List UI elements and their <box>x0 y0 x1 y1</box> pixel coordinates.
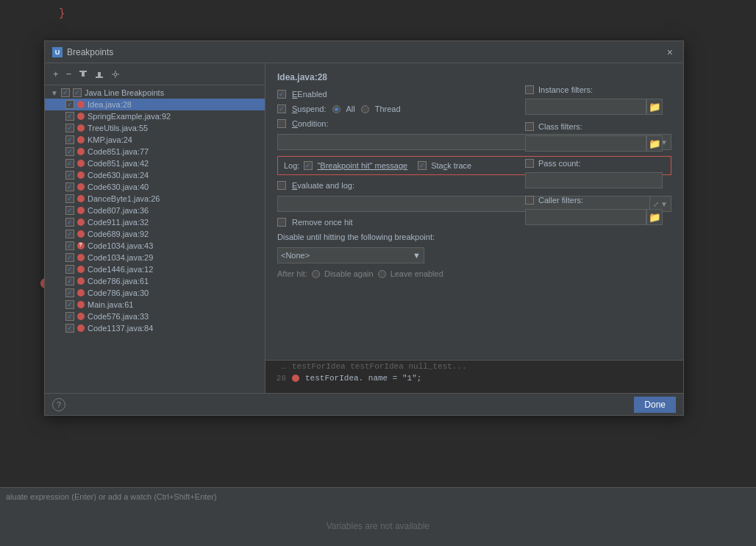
breakpoint-dot <box>77 219 85 226</box>
breakpoint-dot <box>77 266 85 273</box>
item-checkbox[interactable] <box>65 324 74 333</box>
item-checkbox[interactable] <box>65 124 74 132</box>
thread-radio[interactable] <box>361 105 369 113</box>
item-checkbox[interactable] <box>65 288 74 297</box>
instance-filters-checkbox[interactable] <box>525 85 534 94</box>
import-button[interactable] <box>93 68 106 80</box>
tree-item[interactable]: KMP.java:24 <box>45 134 265 146</box>
item-checkbox[interactable] <box>65 312 74 321</box>
class-filters-checkbox[interactable] <box>525 122 534 131</box>
enabled-checkbox[interactable] <box>277 90 286 99</box>
tree-item[interactable]: Code1034.java:29 <box>45 252 265 263</box>
tree-item[interactable]: Code1137.java:84 <box>45 322 265 334</box>
dialog-icon: U <box>52 47 63 57</box>
tree-item[interactable]: SpringExample.java:92 <box>45 110 265 122</box>
tree-item[interactable]: Code911.java:32 <box>45 216 265 228</box>
class-filters-row: Class filters: <box>525 122 683 131</box>
remove-breakpoint-button[interactable]: − <box>64 67 74 81</box>
item-checkbox[interactable] <box>65 230 74 238</box>
item-label: Code911.java:32 <box>88 218 149 227</box>
breakpoint-dot <box>77 195 85 202</box>
caller-filters-folder-button[interactable]: 📁 <box>646 209 663 225</box>
tree-item[interactable]: Idea.java:28 <box>45 99 265 110</box>
item-label: TreeUtils.java:55 <box>88 124 148 132</box>
tree-item[interactable]: Code630.java:40 <box>45 181 265 193</box>
item-checkbox[interactable] <box>65 253 74 262</box>
item-checkbox[interactable] <box>65 159 74 168</box>
title-left: U Breakpoints <box>52 47 113 57</box>
tree-item[interactable]: DanceByte1.java:26 <box>45 193 265 205</box>
tree-item[interactable]: Code851.java:42 <box>45 157 265 169</box>
tree-item[interactable]: Code1034.java:43 <box>45 240 265 252</box>
remove-once-checkbox[interactable] <box>277 218 286 227</box>
disable-again-radio[interactable] <box>312 270 320 278</box>
item-checkbox[interactable] <box>65 265 74 274</box>
svg-rect-3 <box>98 72 101 77</box>
item-checkbox[interactable] <box>65 171 74 180</box>
leave-enabled-radio[interactable] <box>378 270 386 278</box>
item-checkbox[interactable] <box>65 300 74 309</box>
caller-filters-checkbox[interactable] <box>525 196 534 205</box>
item-checkbox[interactable] <box>65 135 74 144</box>
group-checkbox[interactable] <box>61 88 70 97</box>
item-checkbox[interactable] <box>65 182 74 191</box>
line-number-28: 28 <box>271 374 286 383</box>
tree-item[interactable]: Main.java:61 <box>45 299 265 311</box>
breakpoint-dot <box>77 277 85 285</box>
item-checkbox[interactable] <box>65 100 74 109</box>
tree-item[interactable]: Code1446.java:12 <box>45 263 265 275</box>
done-button[interactable]: Done <box>634 397 676 413</box>
item-checkbox[interactable] <box>65 241 74 250</box>
bottom-bar: aluate expression (Enter) or add a watch… <box>0 487 756 546</box>
tree-item[interactable]: Code786.java:30 <box>45 287 265 299</box>
breakpoint-dot <box>77 148 85 155</box>
pass-count-checkbox[interactable] <box>525 159 534 168</box>
dropdown-value: <None> <box>281 251 310 260</box>
item-checkbox[interactable] <box>65 277 74 286</box>
class-filters-input[interactable] <box>525 135 646 152</box>
tree-item[interactable]: Code630.java:24 <box>45 169 265 181</box>
tree-item[interactable]: Code576.java:33 <box>45 311 265 322</box>
code-preview: … testForIdea testForIdea null_test... 2… <box>265 360 683 393</box>
breakpoint-dropdown[interactable]: <None> ▼ <box>277 247 424 263</box>
tree-group-header[interactable]: ▼ Java Line Breakpoints <box>45 87 265 99</box>
all-radio[interactable] <box>332 105 340 113</box>
breakpoint-dot <box>77 301 85 308</box>
code-line-dots: … testForIdea testForIdea null_test... <box>265 361 683 372</box>
add-breakpoint-button[interactable]: + <box>51 67 61 81</box>
class-filters-folder-button[interactable]: 📁 <box>646 135 663 152</box>
help-button[interactable]: ? <box>52 398 65 411</box>
item-checkbox[interactable] <box>65 147 74 156</box>
condition-label: Condition: <box>292 119 329 128</box>
line-number-dots: … <box>271 362 286 371</box>
code-line-28-text: testForIdea. name = "1"; <box>305 374 421 383</box>
item-checkbox[interactable] <box>65 206 74 215</box>
suspend-label: Suspend: <box>292 104 327 113</box>
item-checkbox[interactable] <box>65 112 74 121</box>
item-label: Code630.java:24 <box>88 171 149 180</box>
tree-item[interactable]: Code807.java:36 <box>45 205 265 216</box>
tree-item[interactable]: Code786.java:61 <box>45 275 265 287</box>
group-enabled-checkbox[interactable] <box>73 88 82 97</box>
log-stack-checkbox[interactable] <box>418 161 427 170</box>
condition-checkbox[interactable] <box>277 119 286 128</box>
evaluate-checkbox[interactable] <box>277 181 286 190</box>
instance-filters-folder-button[interactable]: 📁 <box>646 99 663 115</box>
tree-item[interactable]: TreeUtils.java:55 <box>45 122 265 134</box>
settings-button[interactable] <box>109 68 122 80</box>
export-button[interactable] <box>76 68 90 80</box>
tree-item[interactable]: Code689.java:92 <box>45 228 265 240</box>
breakpoint-dot <box>77 313 85 320</box>
log-message-checkbox[interactable] <box>304 161 313 170</box>
pass-count-input[interactable] <box>525 172 663 188</box>
caller-filters-input[interactable] <box>525 209 646 225</box>
close-button[interactable]: × <box>664 45 676 60</box>
breakpoint-dot <box>77 183 85 191</box>
suspend-checkbox[interactable] <box>277 104 286 113</box>
item-checkbox[interactable] <box>65 218 74 227</box>
breakpoint-dot <box>77 325 85 332</box>
instance-filters-input[interactable] <box>525 99 646 115</box>
item-checkbox[interactable] <box>65 194 74 203</box>
folder-icon: 📁 <box>649 102 661 113</box>
tree-item[interactable]: Code851.java:77 <box>45 146 265 157</box>
